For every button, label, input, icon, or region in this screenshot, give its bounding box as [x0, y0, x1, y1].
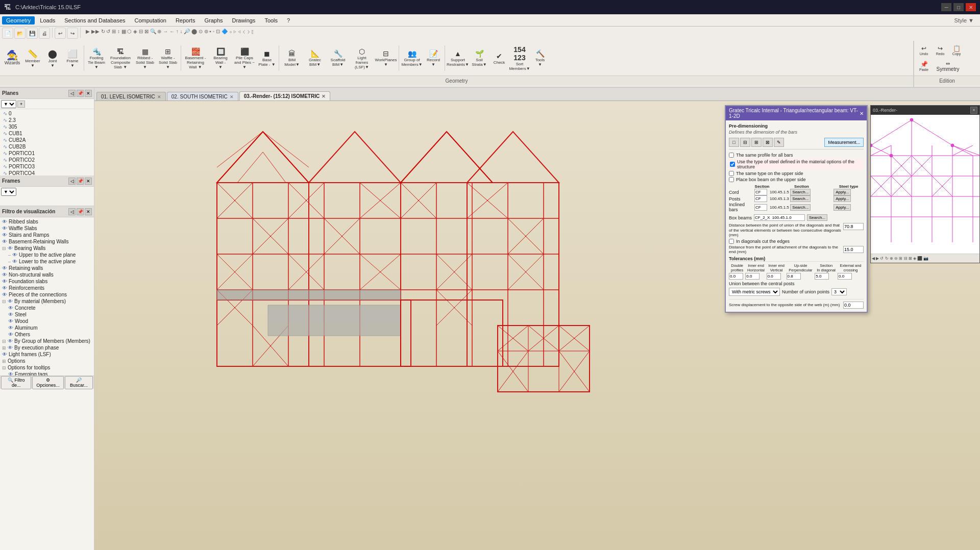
- joint-button[interactable]: ⬤ Joint▼: [43, 42, 62, 74]
- filter-btn[interactable]: 🔍 Filtro de...: [1, 376, 31, 389]
- tol-section[interactable]: [815, 273, 829, 280]
- search-btn[interactable]: 🔎 Buscar...: [65, 376, 93, 389]
- vis-pin-btn[interactable]: 📌: [77, 208, 84, 215]
- menu-reports[interactable]: Reports: [172, 16, 200, 24]
- vis-item-wood[interactable]: 👁 Wood: [1, 318, 93, 324]
- vis-item-options[interactable]: ⊞ Options: [1, 358, 93, 364]
- bearing-wall-button[interactable]: 🔲 Bearing Wall -▼: [209, 42, 232, 74]
- vis-item-stairs[interactable]: 👁 Stairs and Ramps: [1, 232, 93, 238]
- support-button[interactable]: ▲ SupportRestraints▼: [447, 42, 469, 74]
- menu-loads[interactable]: Loads: [36, 16, 59, 24]
- vis-item-by-exec[interactable]: ⊞ 👁 By execution phase: [1, 344, 93, 351]
- tab-close-level[interactable]: ✕: [157, 94, 161, 99]
- plane-item-portico2[interactable]: ∿PORTICO2: [1, 157, 93, 163]
- style-label[interactable]: Style ▼: [954, 17, 978, 23]
- tol-inner-h[interactable]: [745, 273, 760, 280]
- frames-collapse-btn[interactable]: ◁: [68, 178, 76, 185]
- dtb-btn4[interactable]: ⊠: [763, 138, 773, 147]
- menu-computation[interactable]: Computation: [131, 16, 170, 24]
- cord-search-btn[interactable]: Search...: [790, 189, 811, 195]
- vis-item-others[interactable]: 👁 Others: [1, 331, 93, 338]
- cord-section1[interactable]: [754, 189, 767, 195]
- basement-button[interactable]: 🧱 Basement -Retaining Wall ▼: [183, 42, 208, 74]
- vis-item-lower-bearing[interactable]: – 👁 Lower to the active plane: [1, 258, 93, 265]
- vis-item-emerging[interactable]: 👁 Emerging tags: [1, 371, 93, 376]
- planes-add-btn[interactable]: +: [17, 101, 25, 108]
- options-btn[interactable]: ⚙ Opciones...: [32, 376, 64, 389]
- vis-item-steel[interactable]: 👁 Steel: [1, 311, 93, 318]
- tab-render[interactable]: 03.-Render- (15:12) ISOMETRIC ✕: [239, 91, 330, 101]
- inclined-section1[interactable]: [754, 204, 767, 211]
- tools-button[interactable]: 🔨 Tools▼: [530, 42, 550, 74]
- tol-inner-v[interactable]: [767, 273, 781, 280]
- planes-close-btn[interactable]: ✕: [85, 90, 92, 97]
- vis-item-reinforce[interactable]: 👁 Reinforcements: [1, 285, 93, 291]
- member-button[interactable]: 📏 Member▼: [23, 42, 42, 74]
- plane-item-cub2b[interactable]: ∿CUB2B: [1, 143, 93, 150]
- checkbox-same-profile-input[interactable]: [729, 153, 734, 158]
- mv-close-btn[interactable]: ✕: [970, 107, 977, 114]
- plane-item-23[interactable]: ∿2.3: [1, 117, 93, 123]
- planes-collapse-btn[interactable]: ◁: [68, 90, 76, 97]
- plane-item-cub1[interactable]: ∿CUB1: [1, 130, 93, 137]
- cord-apply-btn[interactable]: Apply...: [834, 189, 851, 195]
- footing-button[interactable]: 🔩 FootingTie Beam ▼: [86, 42, 107, 74]
- sort-button[interactable]: 154123 SortMembers▼: [509, 42, 530, 74]
- new-button[interactable]: 📄: [2, 28, 13, 39]
- vis-item-waffle[interactable]: 👁 Waffle Slabs: [1, 225, 93, 232]
- vis-item-foundation[interactable]: 👁 Foundation slabs: [1, 278, 93, 285]
- frame-button[interactable]: ⬜ Frame▼: [63, 42, 82, 74]
- open-button[interactable]: 📂: [14, 28, 26, 39]
- ribbed-button[interactable]: ▦ Ribbed -Solid Slab ▼: [134, 42, 156, 74]
- union-select[interactable]: With metric screws: [729, 288, 780, 296]
- dtb-btn1[interactable]: □: [729, 138, 739, 147]
- paste-button[interactable]: 📌Paste: [916, 59, 932, 73]
- vis-item-basement[interactable]: 👁 Basement-Retaining Walls: [1, 238, 93, 245]
- save-button[interactable]: 💾: [27, 28, 38, 39]
- tab-close-south[interactable]: ✕: [230, 94, 234, 99]
- print-button[interactable]: 🖨: [39, 28, 50, 39]
- menu-help[interactable]: ?: [283, 16, 294, 24]
- posts-apply-btn[interactable]: Apply...: [834, 195, 851, 202]
- tab-level[interactable]: 01. LEVEL ISOMETRIC ✕: [96, 92, 166, 101]
- frames-dropdown[interactable]: ▼: [1, 188, 16, 196]
- tol-double[interactable]: [729, 273, 743, 280]
- vis-item-by-group[interactable]: ⊟ 👁 By Group of Members (Members): [1, 338, 93, 344]
- menu-graphs[interactable]: Graphs: [200, 16, 227, 24]
- vis-item-concrete[interactable]: 👁 Concrete: [1, 305, 93, 311]
- distance-input[interactable]: [843, 223, 864, 230]
- planes-pin-btn[interactable]: 📌: [77, 90, 84, 97]
- close-button[interactable]: ✕: [966, 3, 976, 11]
- menu-tools[interactable]: Tools: [260, 16, 282, 24]
- vis-item-upper-bearing[interactable]: – 👁 Upper to the active plane: [1, 252, 93, 258]
- maximize-button[interactable]: □: [953, 3, 964, 11]
- vis-close-btn[interactable]: ✕: [85, 208, 92, 215]
- soil-button[interactable]: 🌱 SoilStrata▼: [470, 42, 489, 74]
- menu-sections[interactable]: Sections and Databases: [60, 16, 129, 24]
- workplanes-button[interactable]: ⊟ WorkPlanes▼: [375, 42, 397, 74]
- wizards-button[interactable]: 🧙 Wizards: [2, 42, 22, 74]
- checkbox-same-type-input[interactable]: [729, 171, 734, 176]
- checkbox-diagonal-input[interactable]: [729, 239, 734, 244]
- tol-upside[interactable]: [787, 273, 801, 280]
- frames-pin-btn[interactable]: 📌: [77, 178, 84, 185]
- waffle-button[interactable]: ⊞ Waffle -Solid Slab ▼: [157, 42, 179, 74]
- inclined-search-btn[interactable]: Search...: [790, 204, 811, 211]
- planes-dropdown[interactable]: ▼: [1, 100, 16, 108]
- distance2-input[interactable]: [843, 246, 864, 253]
- bim-model-button[interactable]: 🏛 BIMModel▼: [281, 42, 303, 74]
- checkbox-same-steel-input[interactable]: [730, 162, 735, 167]
- vis-item-bearing[interactable]: ⊟ 👁 Bearing Walls: [1, 245, 93, 252]
- num-union-select[interactable]: 3: [831, 288, 847, 295]
- redo-top-button[interactable]: ↪: [67, 28, 78, 39]
- posts-search-btn[interactable]: Search...: [790, 195, 811, 202]
- plane-item-portico3[interactable]: ∿PORTICO3: [1, 163, 93, 170]
- inclined-apply-btn[interactable]: Apply...: [834, 204, 851, 211]
- menu-geometry[interactable]: Geometry: [2, 16, 35, 24]
- base-plate-button[interactable]: ◼ BasePlate - ▼: [257, 42, 277, 74]
- undo-top-button[interactable]: ↩: [55, 28, 66, 39]
- pile-caps-button[interactable]: ⬛ Pile Capsand Piles ~ ▼: [233, 42, 256, 74]
- box-beams-input[interactable]: [754, 214, 805, 221]
- light-frames-button[interactable]: ⬡ Light frames(LSF)▼: [350, 42, 374, 74]
- redo-button[interactable]: ↪Redo: [933, 43, 948, 58]
